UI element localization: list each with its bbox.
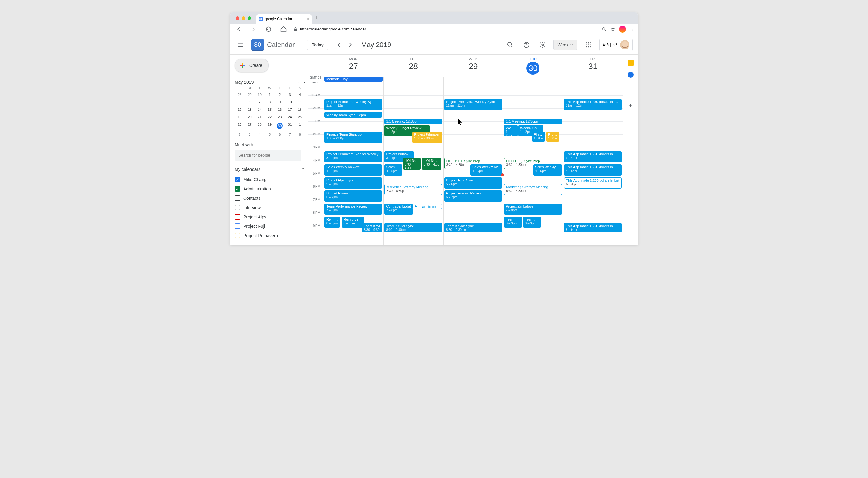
calendar-grid[interactable]: MON27TUE28WED29THU30FRI31 GMT-04 Memoria… <box>308 55 623 245</box>
minimize-window-button[interactable] <box>242 17 245 20</box>
calendar-checkbox[interactable]: ✓ <box>235 186 240 192</box>
kebab-icon[interactable] <box>630 27 635 32</box>
calendar-event[interactable]: Team Kevlar Sync8:30 – 9:30pm <box>384 223 442 233</box>
calendar-event[interactable]: This App made 1,250 dollars in just 48 –… <box>564 223 622 233</box>
reload-button[interactable] <box>263 24 274 34</box>
mini-day[interactable]: 7 <box>255 99 265 105</box>
account-switcher[interactable]: Ink | 42 <box>599 38 633 51</box>
collapse-icon[interactable]: ⌃ <box>301 167 305 172</box>
calendar-item[interactable]: Interview <box>235 203 305 212</box>
mini-day[interactable]: 8 <box>295 132 305 137</box>
calendar-event[interactable]: 1:1 Meeting, 12:30pm <box>384 119 442 124</box>
mini-day[interactable]: 29 <box>265 122 275 130</box>
calendar-checkbox[interactable] <box>235 233 240 238</box>
mini-day[interactable]: 28 <box>235 92 245 97</box>
mini-day[interactable]: 13 <box>245 107 254 112</box>
main-menu-button[interactable] <box>235 39 246 50</box>
day-header[interactable]: MON27 <box>323 55 383 77</box>
mini-day[interactable]: 8 <box>265 99 275 105</box>
calendar-event[interactable]: Project1:30 – <box>546 132 559 142</box>
mini-day[interactable]: 1 <box>265 92 275 97</box>
calendar-checkbox[interactable]: ✓ <box>235 177 240 182</box>
mini-day[interactable]: 18 <box>295 107 305 112</box>
profile-avatar[interactable] <box>619 26 626 33</box>
back-button[interactable] <box>233 24 244 34</box>
day-header[interactable]: FRI31 <box>563 55 623 77</box>
calendar-checkbox[interactable] <box>235 205 240 210</box>
calendar-item[interactable]: Contacts <box>235 193 305 203</box>
zoom-icon[interactable] <box>602 27 607 32</box>
calendar-event[interactable]: Sales Weekly Kic4 – 5pm <box>470 164 502 176</box>
add-panel-button[interactable]: + <box>628 101 632 110</box>
calendar-event[interactable]: This App made 1,250 dollars in just 411a… <box>564 99 622 110</box>
day-header[interactable]: WED29 <box>443 55 503 77</box>
calendar-event[interactable]: Project Everest Review6 – 7pm <box>444 190 502 202</box>
calendar-event[interactable]: This App made 1,250 dollars in just 43 –… <box>564 151 622 162</box>
calendar-item[interactable]: Project Alps <box>235 212 305 221</box>
mini-day[interactable]: 12 <box>235 107 245 112</box>
mini-day[interactable]: 10 <box>285 99 294 105</box>
mini-day[interactable]: 5 <box>265 132 275 137</box>
mini-day[interactable]: 25 <box>295 114 305 120</box>
day-column[interactable]: 1:1 Meeting, 12:30pmWeekly1 – 2pmWeekly … <box>503 82 563 245</box>
calendar-event[interactable]: Sales Weekly Kick-off4 – 5pm <box>324 164 382 176</box>
calendar-event[interactable]: Project Zimbabwe7 – 8pm <box>504 204 562 215</box>
help-button[interactable] <box>521 39 532 50</box>
calendar-event[interactable]: Project Primaver1:30 – 2:30pm <box>412 132 442 143</box>
mini-prev-month[interactable]: ‹ <box>298 80 299 85</box>
mini-day[interactable]: 20 <box>245 114 254 120</box>
calendar-event[interactable]: Project Primavera: Vendor Weekly3 – 4pm <box>324 151 382 162</box>
calendar-event[interactable]: Budget Planning6 – 7pm <box>324 190 382 202</box>
time-grid[interactable]: 10 AM11 AM12 PM1 PM2 PM3 PM4 PM5 PM6 PM7… <box>308 82 623 245</box>
calendar-event[interactable]: Reinforc8 – 9pm <box>324 217 340 228</box>
mini-day[interactable]: 2 <box>235 132 245 137</box>
calendar-event[interactable]: Project Alps: Sync5 – 6pm <box>444 177 502 188</box>
day-header[interactable]: THU30 <box>503 55 563 77</box>
day-column[interactable]: This App made 1,250 dollars in just 411a… <box>563 82 623 245</box>
calendar-checkbox[interactable] <box>235 214 240 220</box>
mini-day[interactable]: 5 <box>235 99 245 105</box>
mini-day[interactable]: 3 <box>245 132 254 137</box>
allday-cell[interactable] <box>503 77 563 82</box>
mini-day[interactable]: 27 <box>245 122 254 130</box>
calendar-event[interactable]: HOLD: Fuj3:30 – 4:30 <box>422 158 441 170</box>
mini-day[interactable]: 4 <box>255 132 265 137</box>
create-button[interactable]: Create <box>235 59 269 72</box>
prev-period-button[interactable] <box>334 39 344 50</box>
calendar-item[interactable]: Project Primavera <box>235 231 305 240</box>
mini-day[interactable]: 30 <box>275 122 285 130</box>
mini-day[interactable]: 15 <box>265 107 275 112</box>
calendar-event[interactable]: HOLD: Fuj3:30 – 4:30 <box>403 158 421 170</box>
mini-day[interactable]: 9 <box>275 99 285 105</box>
settings-button[interactable] <box>537 39 548 50</box>
allday-cell[interactable]: Memorial Day <box>323 77 383 82</box>
day-column[interactable]: Project Primavera: Weekly Sync11am – 12p… <box>443 82 503 245</box>
allday-cell[interactable] <box>563 77 623 82</box>
calendar-item[interactable]: Project Fuji <box>235 221 305 231</box>
bookmark-icon[interactable] <box>611 27 615 32</box>
calendar-event[interactable]: Project Alps: Sync5 – 6pm <box>324 177 382 188</box>
allday-cell[interactable] <box>443 77 503 82</box>
mini-day[interactable]: 6 <box>275 132 285 137</box>
mini-day[interactable]: 21 <box>255 114 265 120</box>
mini-day[interactable]: 19 <box>235 114 245 120</box>
calendar-event[interactable]: Finance1:30 – 2 <box>532 132 545 142</box>
new-tab-button[interactable]: + <box>312 15 322 22</box>
mini-day[interactable]: 7 <box>285 132 294 137</box>
search-button[interactable] <box>505 39 516 50</box>
mini-day[interactable]: 2 <box>275 92 285 97</box>
today-button[interactable]: Today <box>307 39 328 50</box>
mini-next-month[interactable]: › <box>303 80 305 85</box>
mini-day[interactable]: 6 <box>245 99 254 105</box>
keep-icon[interactable] <box>627 60 634 66</box>
calendar-checkbox[interactable] <box>235 196 240 201</box>
mini-day[interactable]: 3 <box>285 92 294 97</box>
calendar-event[interactable]: Weekly Team Sync, 12pm <box>324 112 382 118</box>
maximize-window-button[interactable] <box>248 17 251 20</box>
apps-button[interactable] <box>583 39 594 50</box>
calendar-item[interactable]: ✓Mike Chang <box>235 175 305 184</box>
calendar-event[interactable]: This App made 1,250 dollars in just5 – 6… <box>564 177 622 188</box>
day-column[interactable]: 1:1 Meeting, 12:30pmWeekly Budget Review… <box>383 82 443 245</box>
tab-close-icon[interactable]: × <box>307 17 310 22</box>
calendar-event[interactable]: Sales Wee4 – 5pm <box>384 164 402 176</box>
